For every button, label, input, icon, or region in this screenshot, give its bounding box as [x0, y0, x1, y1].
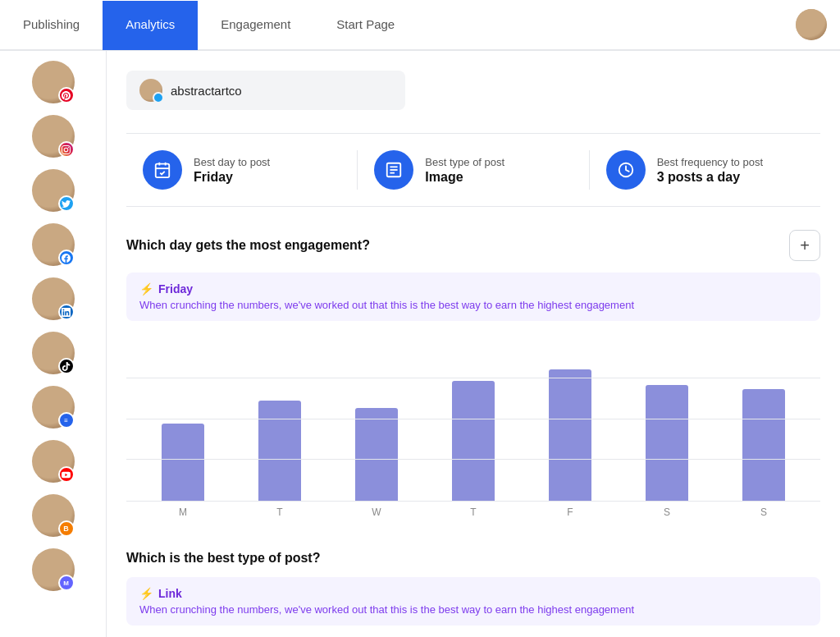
- top-nav: Publishing Analytics Engagement Start Pa…: [0, 0, 840, 51]
- bar-label-s: S: [619, 502, 715, 518]
- sidebar-account-mastodon[interactable]: M: [32, 545, 75, 594]
- link-insight-title: ⚡ Link: [139, 587, 807, 600]
- stat-best-day-value: Friday: [194, 170, 270, 185]
- link-insight-banner: ⚡ Link When crunching the numbers, we've…: [126, 577, 820, 626]
- tab-publishing[interactable]: Publishing: [0, 1, 103, 50]
- bar-t: [258, 401, 301, 501]
- bar-m: [162, 424, 204, 501]
- stat-best-type: Best type of post Image: [358, 150, 589, 190]
- tab-start-page[interactable]: Start Page: [313, 1, 418, 50]
- bar-label-m: M: [135, 502, 231, 518]
- bar-s: [742, 389, 785, 501]
- stat-best-day-text: Best day to post Friday: [194, 156, 270, 185]
- friday-insight-title: ⚡ Friday: [139, 282, 807, 296]
- svg-rect-0: [156, 164, 170, 178]
- stat-best-type-text: Best type of post Image: [425, 156, 504, 185]
- sidebar-account-buffer[interactable]: ≡: [32, 383, 75, 432]
- sidebar-account-tiktok[interactable]: [32, 328, 75, 378]
- stat-best-day-icon: [143, 150, 182, 190]
- sidebar-account-youtube[interactable]: [32, 437, 75, 486]
- bar-group-s: [715, 337, 812, 501]
- bar-group-t: [425, 337, 522, 501]
- sidebar: ≡ B M: [0, 51, 107, 637]
- tab-analytics[interactable]: Analytics: [103, 1, 198, 50]
- link-insight-desc: When crunching the numbers, we've worked…: [139, 603, 807, 616]
- bar-label-t: T: [231, 502, 328, 518]
- friday-insight-banner: ⚡ Friday When crunching the numbers, we'…: [126, 273, 820, 321]
- stat-best-type-icon: [374, 150, 413, 190]
- bar-group-s: [619, 337, 715, 501]
- bar-group-m: [135, 337, 231, 501]
- lightning-icon-2: ⚡: [139, 587, 153, 600]
- sidebar-account-facebook[interactable]: [32, 220, 75, 269]
- account-selector-name: abstractartco: [171, 84, 242, 98]
- stat-best-freq-label: Best frequency to post: [657, 156, 763, 168]
- bar-group-t: [231, 337, 328, 501]
- sidebar-account-instagram[interactable]: [32, 112, 75, 161]
- lightning-icon: ⚡: [139, 282, 153, 296]
- stat-best-freq-value: 3 posts a day: [657, 170, 763, 185]
- bar-group-f: [522, 337, 619, 501]
- sidebar-account-twitter[interactable]: [32, 166, 75, 215]
- bar-label-t: T: [425, 502, 522, 518]
- user-avatar[interactable]: [796, 9, 827, 40]
- account-selector[interactable]: abstractartco: [126, 71, 405, 110]
- bar-t: [452, 381, 495, 501]
- bar-w: [355, 408, 398, 501]
- post-type-section: Which is the best type of post? ⚡ Link W…: [126, 551, 820, 626]
- sidebar-account-blogger[interactable]: B: [32, 491, 75, 540]
- bar-group-w: [328, 337, 425, 501]
- stat-best-day: Best day to post Friday: [126, 150, 358, 190]
- sidebar-account-linkedin[interactable]: [32, 274, 75, 323]
- stat-best-day-label: Best day to post: [194, 156, 270, 168]
- bar-label-f: F: [522, 502, 619, 518]
- bar-s: [646, 385, 688, 501]
- stat-best-freq-text: Best frequency to post 3 posts a day: [657, 156, 763, 185]
- sidebar-account-pinterest[interactable]: [32, 57, 75, 107]
- stat-best-freq: Best frequency to post 3 posts a day: [590, 150, 820, 190]
- post-type-section-title: Which is the best type of post?: [126, 551, 820, 566]
- stat-best-type-value: Image: [425, 170, 504, 185]
- bar-label-s: S: [715, 502, 812, 518]
- friday-insight-desc: When crunching the numbers, we've worked…: [139, 299, 807, 311]
- bar-f: [549, 369, 591, 501]
- bar-label-w: W: [328, 502, 425, 518]
- stat-best-type-label: Best type of post: [425, 156, 504, 168]
- engagement-section-title: Which day gets the most engagement?: [126, 238, 370, 253]
- add-button[interactable]: +: [789, 230, 820, 261]
- content-area: abstractartco Best day to post Friday Be…: [107, 51, 840, 637]
- engagement-chart: MTWTFSS: [126, 337, 820, 525]
- stat-best-freq-icon: [606, 150, 646, 190]
- tab-engagement[interactable]: Engagement: [198, 1, 313, 50]
- stats-row: Best day to post Friday Best type of pos…: [126, 133, 820, 207]
